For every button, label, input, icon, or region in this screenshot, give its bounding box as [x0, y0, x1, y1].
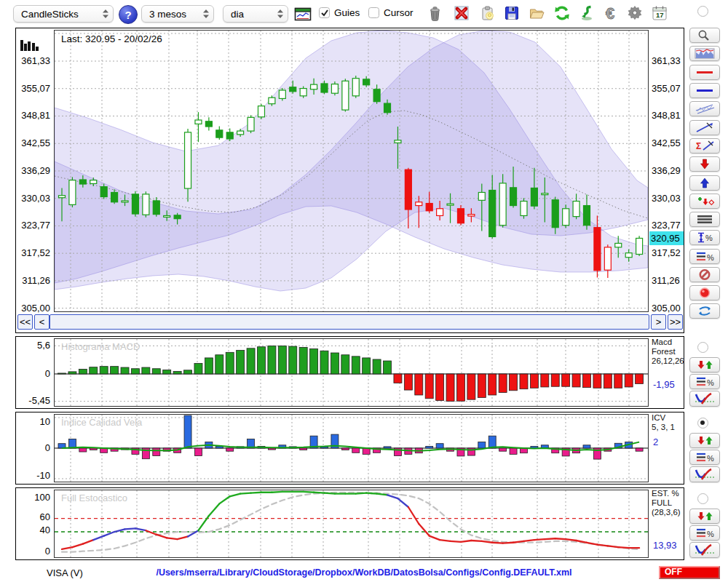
- sync-button[interactable]: [577, 3, 597, 23]
- curves-icon: [693, 543, 716, 557]
- calendar-day: 17: [656, 11, 664, 19]
- svg-text:Σ: Σ: [696, 141, 701, 151]
- red-line-button[interactable]: [689, 65, 720, 80]
- chevron-updown-icon: [277, 9, 284, 19]
- icv-value: 2: [653, 436, 658, 447]
- channel-icon: [693, 103, 716, 115]
- icv-info: ICV5, 3, 1: [652, 413, 687, 432]
- arrow-down-icon: [693, 158, 716, 170]
- blue-line-button[interactable]: [689, 83, 720, 98]
- sync-icon: [577, 4, 596, 23]
- save-button[interactable]: [502, 3, 522, 23]
- paste-button[interactable]: [477, 3, 497, 23]
- trendline-button[interactable]: [689, 120, 720, 135]
- guies-label: Guies: [334, 7, 360, 18]
- channel-button[interactable]: [689, 101, 720, 116]
- chart-window-icon: [294, 7, 312, 21]
- curves-icon: [693, 468, 716, 481]
- off-toggle-button[interactable]: OFF: [659, 566, 720, 579]
- chevron-updown-icon: [102, 9, 109, 19]
- stoch-title: Full Estocastico: [61, 493, 127, 503]
- interval-value: dia: [231, 9, 244, 20]
- svg-text:%: %: [707, 530, 714, 538]
- delete-button[interactable]: [451, 3, 472, 23]
- nav-last-button[interactable]: >>: [668, 314, 683, 330]
- icv-signal-arrows-button[interactable]: [689, 433, 720, 448]
- swap-icon: [693, 305, 716, 317]
- toolbar: CandleSticks ? 3 mesos dia Guies Cursor: [0, 0, 728, 26]
- paste-icon: [478, 4, 496, 23]
- add-signal-icon: [693, 195, 716, 207]
- icv-radio[interactable]: [697, 418, 708, 428]
- levels-percent-icon: %: [693, 451, 716, 463]
- stoch-radio[interactable]: [697, 493, 708, 504]
- macd-info: MacdForest26,12,26: [652, 338, 687, 366]
- link-radio-top[interactable]: [697, 6, 708, 17]
- svg-text:%: %: [707, 454, 714, 463]
- delete-icon: [452, 4, 471, 23]
- macd-curves-button[interactable]: [689, 391, 720, 407]
- range-percent-button[interactable]: %: [689, 230, 720, 245]
- main-chart-panel: [15, 28, 684, 333]
- indicator-chart-button[interactable]: [689, 46, 720, 61]
- macd-levels-button[interactable]: %: [689, 374, 720, 389]
- sum-trendline-icon: Σ: [693, 140, 716, 152]
- trendline-icon: [693, 121, 716, 134]
- chart-window-button[interactable]: [293, 4, 313, 24]
- stoch-info: EST. %FULL(28,3,6): [652, 489, 687, 517]
- signal-arrows-icon: [693, 434, 716, 447]
- euro-button[interactable]: €: [601, 3, 622, 23]
- settings-icon: [625, 4, 644, 23]
- svg-text:%: %: [707, 378, 714, 387]
- add-signal-button[interactable]: [689, 194, 720, 209]
- stoch-levels-button[interactable]: %: [689, 525, 720, 541]
- trash-icon: [425, 4, 444, 23]
- open-folder-button[interactable]: [526, 3, 547, 23]
- list-icon: [693, 213, 716, 226]
- macd-signal-arrows-button[interactable]: [689, 357, 720, 372]
- macd-title: Histograma MACD: [61, 341, 140, 352]
- arrow-up-button[interactable]: [689, 175, 720, 191]
- date-strip[interactable]: [50, 314, 649, 330]
- svg-text:€: €: [606, 4, 614, 23]
- forbidden-icon: [693, 268, 716, 281]
- stoch-signal-arrows-button[interactable]: [689, 509, 720, 524]
- swap-button[interactable]: [689, 303, 720, 319]
- levels-percent-button[interactable]: %: [689, 249, 720, 264]
- signal-arrows-icon: [693, 510, 716, 522]
- chevron-updown-icon: [202, 9, 210, 19]
- sum-trendline-button[interactable]: Σ: [689, 138, 720, 154]
- macd-value: -1,95: [653, 379, 675, 390]
- help-button[interactable]: ?: [119, 5, 138, 24]
- trash-button[interactable]: [424, 3, 445, 23]
- nav-next-button[interactable]: >: [651, 314, 666, 330]
- zoom-button[interactable]: [689, 28, 720, 43]
- icv-title: Indice Calidad Vela: [61, 417, 142, 428]
- status-bar: VISA (V) /Users/mserra/Library/CloudStor…: [0, 564, 728, 582]
- nav-first-button[interactable]: <<: [17, 314, 33, 330]
- levels-percent-icon: %: [693, 527, 716, 539]
- nav-prev-button[interactable]: <: [34, 314, 50, 330]
- interval-select[interactable]: dia: [223, 5, 288, 23]
- save-icon: [502, 4, 521, 23]
- curves-icon: [693, 392, 716, 405]
- stoch-curves-button[interactable]: [689, 542, 720, 558]
- icv-levels-button[interactable]: %: [689, 450, 720, 465]
- macd-radio[interactable]: [697, 342, 708, 353]
- record-button[interactable]: [689, 285, 720, 300]
- icv-curves-button[interactable]: [689, 466, 720, 482]
- period-value: 3 mesos: [149, 9, 186, 20]
- period-select[interactable]: 3 mesos: [141, 5, 214, 23]
- zoom-icon: [693, 29, 716, 41]
- settings-button[interactable]: [625, 3, 645, 23]
- chart-type-select[interactable]: CandleSticks: [13, 5, 114, 23]
- cursor-checkbox[interactable]: [368, 7, 379, 18]
- config-path[interactable]: /Users/mserra/Library/CloudStorage/Dropb…: [0, 567, 728, 578]
- guies-checkbox[interactable]: [319, 7, 330, 18]
- calendar-button[interactable]: 17: [649, 3, 670, 23]
- volume-glyph-icon: [20, 37, 43, 55]
- refresh-button[interactable]: [552, 3, 572, 23]
- forbidden-button[interactable]: [689, 267, 720, 282]
- arrow-down-button[interactable]: [689, 156, 720, 172]
- list-button[interactable]: [689, 212, 720, 227]
